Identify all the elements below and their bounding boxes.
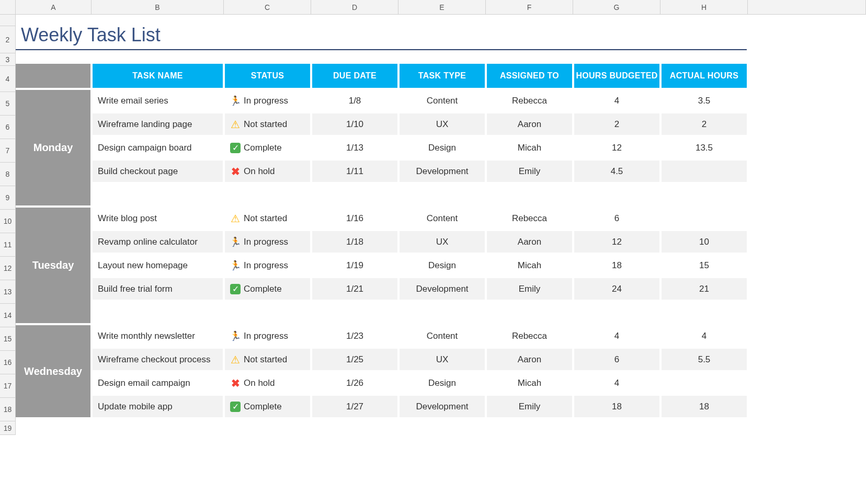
cell-actual-hours[interactable] bbox=[660, 207, 748, 230]
cell-due-date[interactable]: 1/26 bbox=[311, 371, 398, 395]
cell-due-date[interactable]: 1/27 bbox=[311, 395, 398, 418]
cell-due-date[interactable]: 1/13 bbox=[311, 136, 398, 159]
header-day-spacer[interactable] bbox=[16, 63, 92, 89]
cell-actual-hours[interactable]: 10 bbox=[660, 230, 748, 254]
cell-status[interactable]: 🏃In progress bbox=[224, 230, 311, 254]
cell-status[interactable]: 🏃In progress bbox=[224, 254, 311, 277]
cell-status[interactable]: ⚠Not started bbox=[224, 207, 311, 230]
cell-actual-hours[interactable] bbox=[660, 301, 748, 324]
cell-actual-hours[interactable]: 15 bbox=[660, 254, 748, 277]
cell-task-name[interactable]: Update mobile app bbox=[92, 395, 224, 418]
cell-actual-hours[interactable] bbox=[660, 159, 748, 183]
cell-task-type[interactable]: Development bbox=[398, 395, 486, 418]
cell-actual-hours[interactable]: 21 bbox=[660, 277, 748, 301]
cell-due-date[interactable] bbox=[311, 183, 398, 207]
cell-assigned-to[interactable]: Rebecca bbox=[486, 324, 573, 348]
row-header-18[interactable]: 18 bbox=[0, 398, 16, 421]
row-header-16[interactable]: 16 bbox=[0, 351, 16, 374]
cell-hours-budgeted[interactable]: 12 bbox=[573, 136, 660, 159]
cell-task-name[interactable]: Design campaign board bbox=[92, 136, 224, 159]
cell-hours-budgeted[interactable] bbox=[573, 301, 660, 324]
row-header-9[interactable]: 9 bbox=[0, 186, 16, 210]
cell-due-date[interactable]: 1/21 bbox=[311, 277, 398, 301]
cell-assigned-to[interactable]: Aaron bbox=[486, 230, 573, 254]
cell-task-type[interactable] bbox=[398, 301, 486, 324]
row-header-5[interactable]: 5 bbox=[0, 92, 16, 116]
cell-assigned-to[interactable]: Emily bbox=[486, 159, 573, 183]
cell-status[interactable] bbox=[224, 301, 311, 324]
cell-task-name[interactable]: Layout new homepage bbox=[92, 254, 224, 277]
row-header-8[interactable]: 8 bbox=[0, 163, 16, 186]
cell-due-date[interactable]: 1/18 bbox=[311, 230, 398, 254]
column-header-A[interactable]: A bbox=[16, 0, 92, 14]
cell-actual-hours[interactable]: 2 bbox=[660, 112, 748, 136]
header-actual-hours[interactable]: ACTUAL HOURS bbox=[660, 63, 748, 89]
cell-task-name[interactable]: Wireframe checkout process bbox=[92, 348, 224, 371]
cell-task-type[interactable]: UX bbox=[398, 348, 486, 371]
row-header-4[interactable]: 4 bbox=[0, 66, 16, 92]
row-header-11[interactable]: 11 bbox=[0, 233, 16, 257]
row-header-3[interactable]: 3 bbox=[0, 53, 16, 66]
column-header-F[interactable]: F bbox=[486, 0, 573, 14]
column-header-D[interactable]: D bbox=[311, 0, 398, 14]
cell-task-type[interactable]: Content bbox=[398, 324, 486, 348]
cell-hours-budgeted[interactable]: 4 bbox=[573, 89, 660, 112]
column-header-C[interactable]: C bbox=[224, 0, 311, 14]
cell-task-name[interactable]: Write blog post bbox=[92, 207, 224, 230]
cell-status[interactable]: ✖On hold bbox=[224, 371, 311, 395]
row-header-13[interactable]: 13 bbox=[0, 280, 16, 304]
cell-due-date[interactable]: 1/23 bbox=[311, 324, 398, 348]
cell-status[interactable]: 🏃In progress bbox=[224, 324, 311, 348]
cell-hours-budgeted[interactable]: 4 bbox=[573, 324, 660, 348]
cell-task-type[interactable]: Design bbox=[398, 136, 486, 159]
cell-actual-hours[interactable] bbox=[660, 183, 748, 207]
row-header-1[interactable] bbox=[0, 15, 16, 26]
cell-assigned-to[interactable]: Emily bbox=[486, 277, 573, 301]
cell-task-type[interactable]: Design bbox=[398, 371, 486, 395]
column-header-G[interactable]: G bbox=[573, 0, 660, 14]
cell-status[interactable]: 🏃In progress bbox=[224, 89, 311, 112]
cell-status[interactable] bbox=[224, 183, 311, 207]
day-label[interactable]: Wednesday bbox=[16, 324, 92, 418]
cell-hours-budgeted[interactable]: 4 bbox=[573, 371, 660, 395]
row-header-6[interactable]: 6 bbox=[0, 116, 16, 139]
row-header-12[interactable]: 12 bbox=[0, 257, 16, 280]
cell-status[interactable]: ✓Complete bbox=[224, 277, 311, 301]
cell-hours-budgeted[interactable]: 2 bbox=[573, 112, 660, 136]
cell-status[interactable]: ⚠Not started bbox=[224, 348, 311, 371]
cell-task-name[interactable]: Revamp online calculator bbox=[92, 230, 224, 254]
cell-task-type[interactable]: Development bbox=[398, 277, 486, 301]
cell-actual-hours[interactable]: 13.5 bbox=[660, 136, 748, 159]
header-due-date[interactable]: DUE DATE bbox=[311, 63, 398, 89]
cell-actual-hours[interactable]: 5.5 bbox=[660, 348, 748, 371]
row-header-2[interactable]: 2 bbox=[0, 26, 16, 53]
cell-hours-budgeted[interactable] bbox=[573, 183, 660, 207]
cell-task-name[interactable]: Wireframe landing page bbox=[92, 112, 224, 136]
cell-hours-budgeted[interactable]: 18 bbox=[573, 395, 660, 418]
row-header-17[interactable]: 17 bbox=[0, 374, 16, 398]
cell-task-type[interactable]: Content bbox=[398, 207, 486, 230]
cell-task-name[interactable]: Write email series bbox=[92, 89, 224, 112]
cell-task-type[interactable]: UX bbox=[398, 230, 486, 254]
cell-status[interactable]: ⚠Not started bbox=[224, 112, 311, 136]
cell-hours-budgeted[interactable]: 6 bbox=[573, 207, 660, 230]
column-header-E[interactable]: E bbox=[398, 0, 486, 14]
cell-actual-hours[interactable]: 3.5 bbox=[660, 89, 748, 112]
header-task-name[interactable]: TASK NAME bbox=[92, 63, 224, 89]
cell-due-date[interactable] bbox=[311, 301, 398, 324]
cell-actual-hours[interactable]: 18 bbox=[660, 395, 748, 418]
page-title[interactable]: Weekly Task List bbox=[16, 15, 747, 50]
row-header-14[interactable]: 14 bbox=[0, 304, 16, 327]
cell-task-name[interactable]: Build free trial form bbox=[92, 277, 224, 301]
cell-task-name[interactable] bbox=[92, 301, 224, 324]
cell-task-type[interactable]: Design bbox=[398, 254, 486, 277]
header-status[interactable]: STATUS bbox=[224, 63, 311, 89]
header-hours-budgeted[interactable]: HOURS BUDGETED bbox=[573, 63, 660, 89]
cell-status[interactable]: ✓Complete bbox=[224, 136, 311, 159]
cell-hours-budgeted[interactable]: 6 bbox=[573, 348, 660, 371]
cell-due-date[interactable]: 1/19 bbox=[311, 254, 398, 277]
cell-due-date[interactable]: 1/11 bbox=[311, 159, 398, 183]
cell-assigned-to[interactable]: Rebecca bbox=[486, 89, 573, 112]
cell-hours-budgeted[interactable]: 12 bbox=[573, 230, 660, 254]
cell-status[interactable]: ✖On hold bbox=[224, 159, 311, 183]
